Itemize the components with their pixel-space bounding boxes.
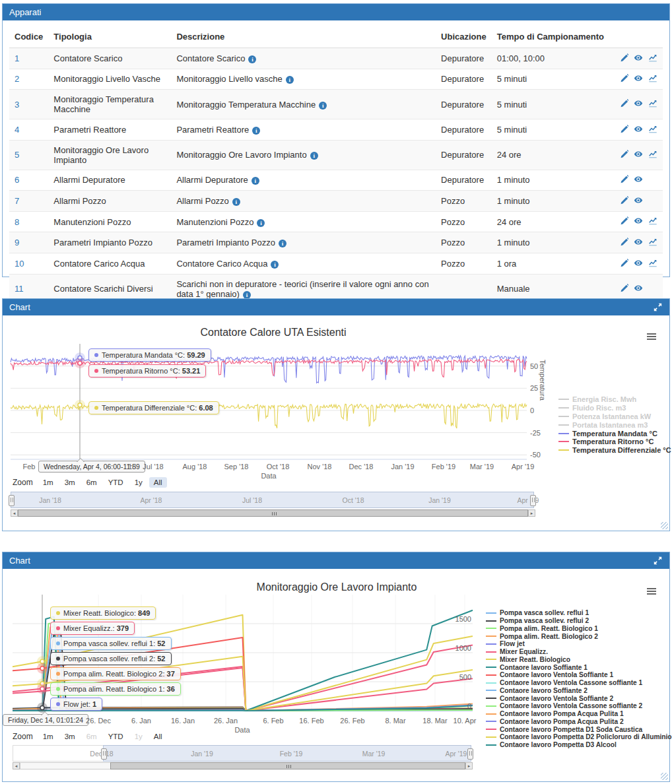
codice-link[interactable]: 7 xyxy=(15,196,19,206)
legend-item[interactable]: Pompa vasca sollev. reflui 2 xyxy=(486,617,672,625)
navigator-handle-left[interactable] xyxy=(101,748,107,760)
legend-item[interactable]: Portata Istantanea m3 xyxy=(558,420,671,429)
info-icon[interactable]: i xyxy=(257,219,265,227)
navigator-mask[interactable] xyxy=(11,492,534,508)
view-eye-icon[interactable] xyxy=(634,125,643,135)
codice-link[interactable]: 11 xyxy=(15,284,24,294)
chart-line-icon[interactable] xyxy=(648,99,657,110)
edit-pencil-icon[interactable] xyxy=(620,74,628,84)
legend-item[interactable]: Contaore lavoro Ventola Soffiante 1 xyxy=(486,671,672,679)
info-icon[interactable]: i xyxy=(252,177,259,185)
codice-link[interactable]: 9 xyxy=(15,238,19,247)
expand-icon[interactable] xyxy=(654,303,663,312)
view-eye-icon[interactable] xyxy=(634,150,643,160)
zoom-button-1m[interactable]: 1m xyxy=(38,731,58,742)
legend-item[interactable]: Mixer Equalizz. xyxy=(486,648,672,656)
scroll-thumb[interactable] xyxy=(18,509,528,517)
legend-item[interactable]: Energia Risc. Mwh xyxy=(558,395,671,404)
info-icon[interactable]: i xyxy=(248,55,256,63)
expand-icon[interactable] xyxy=(654,556,663,566)
edit-pencil-icon[interactable] xyxy=(620,175,628,185)
legend-item[interactable]: Mixer Reatt. Biologico xyxy=(486,656,672,664)
codice-link[interactable]: 1 xyxy=(15,53,19,63)
codice-link[interactable]: 4 xyxy=(15,125,19,135)
zoom-button-ytd[interactable]: YTD xyxy=(104,477,128,488)
navigator-scrollbar[interactable]: ◂▸ xyxy=(13,762,473,769)
view-eye-icon[interactable] xyxy=(634,284,643,294)
legend-item[interactable]: Temperatura Differenziale °C xyxy=(558,446,671,455)
codice-link[interactable]: 3 xyxy=(15,100,19,110)
legend-item[interactable]: Flow jet xyxy=(486,640,672,648)
scroll-left-arrow[interactable]: ◂ xyxy=(11,509,18,517)
view-eye-icon[interactable] xyxy=(634,259,643,269)
zoom-button-3m[interactable]: 3m xyxy=(60,477,80,488)
legend-item[interactable]: Temperatura Mandata °C xyxy=(558,429,671,438)
info-icon[interactable]: i xyxy=(279,240,286,247)
scroll-right-arrow[interactable]: ▸ xyxy=(528,509,535,517)
zoom-button-1y[interactable]: 1y xyxy=(130,477,147,488)
chart-line-icon[interactable] xyxy=(648,216,657,227)
codice-link[interactable]: 2 xyxy=(15,74,19,84)
legend-item[interactable]: Fluido Risc. m3 xyxy=(558,404,671,412)
edit-pencil-icon[interactable] xyxy=(620,284,628,294)
chart-line-icon[interactable] xyxy=(648,238,657,248)
scroll-left-arrow[interactable]: ◂ xyxy=(13,762,20,769)
view-eye-icon[interactable] xyxy=(634,99,643,110)
chart-line-icon[interactable] xyxy=(648,53,657,64)
edit-pencil-icon[interactable] xyxy=(620,99,628,110)
zoom-button-6m[interactable]: 6m xyxy=(82,477,102,488)
legend-item[interactable]: Contaore lavoro Ventola Soffiante 2 xyxy=(486,694,672,702)
legend-item[interactable]: Contaore lavoro Pompetta D3 Alcool xyxy=(486,741,672,749)
info-icon[interactable]: i xyxy=(271,261,279,269)
zoom-button-ytd[interactable]: YTD xyxy=(104,731,128,742)
chart-menu-icon[interactable] xyxy=(647,587,656,596)
info-icon[interactable]: i xyxy=(310,152,318,160)
legend-item[interactable]: Contaore lavoro Soffiante 1 xyxy=(486,663,672,671)
view-eye-icon[interactable] xyxy=(634,175,643,185)
info-icon[interactable]: i xyxy=(286,76,294,84)
range-navigator[interactable]: Jan '18Apr '18Jul '18Oct '18Jan '19Apr '… xyxy=(11,492,535,508)
edit-pencil-icon[interactable] xyxy=(620,216,628,227)
navigator-handle-left[interactable] xyxy=(9,495,15,506)
chart-line-icon[interactable] xyxy=(648,74,657,84)
info-icon[interactable]: i xyxy=(252,127,260,135)
resize-grip[interactable] xyxy=(661,773,668,780)
codice-link[interactable]: 10 xyxy=(15,259,24,269)
chart-menu-icon[interactable] xyxy=(647,332,656,341)
zoom-button-3m[interactable]: 3m xyxy=(60,731,80,742)
view-eye-icon[interactable] xyxy=(634,53,643,64)
range-navigator[interactable]: Dec '18Jan '19Feb '19Mar '19Apr '19 xyxy=(13,745,473,762)
navigator-handle-right[interactable] xyxy=(467,748,473,760)
resize-grip[interactable] xyxy=(661,522,668,529)
legend-item[interactable]: Contaore lavoro Pompetta D2 Policloruro … xyxy=(486,733,672,741)
legend-item[interactable]: Contaore lavoro Pompa Acqua Pulita 1 xyxy=(486,710,672,718)
legend-item[interactable]: Contaore lavoro Ventola Cassone soffiant… xyxy=(486,702,672,710)
navigator-scrollbar[interactable]: ◂▸ xyxy=(11,509,535,517)
edit-pencil-icon[interactable] xyxy=(620,238,628,248)
chart-line-icon[interactable] xyxy=(648,125,657,135)
zoom-button-all[interactable]: All xyxy=(149,477,167,488)
edit-pencil-icon[interactable] xyxy=(620,150,628,160)
legend-item[interactable]: Contaore lavoro Ventola Cassone soffiant… xyxy=(486,679,672,687)
view-eye-icon[interactable] xyxy=(634,74,643,84)
legend-item[interactable]: Pompa alim. Reatt. Biologico 2 xyxy=(486,632,672,640)
edit-pencil-icon[interactable] xyxy=(620,53,628,64)
codice-link[interactable]: 5 xyxy=(15,150,19,160)
edit-pencil-icon[interactable] xyxy=(620,196,628,207)
chart-line-icon[interactable] xyxy=(648,150,657,160)
zoom-button-all[interactable]: All xyxy=(149,731,167,742)
info-icon[interactable]: i xyxy=(243,291,251,299)
view-eye-icon[interactable] xyxy=(634,216,643,227)
edit-pencil-icon[interactable] xyxy=(620,259,628,269)
legend-item[interactable]: Potenza Istantanea kW xyxy=(558,412,671,421)
info-icon[interactable]: i xyxy=(232,198,240,206)
legend-item[interactable]: Contaore lavoro Pompa Acqua Pulita 2 xyxy=(486,718,672,726)
codice-link[interactable]: 6 xyxy=(15,175,19,185)
legend-item[interactable]: Temperatura Ritorno °C xyxy=(558,438,671,446)
scroll-right-arrow[interactable]: ▸ xyxy=(465,762,473,769)
codice-link[interactable]: 8 xyxy=(15,217,19,227)
edit-pencil-icon[interactable] xyxy=(620,125,628,135)
chart-line-icon[interactable] xyxy=(648,259,657,269)
navigator-handle-right[interactable] xyxy=(530,495,536,506)
info-icon[interactable]: i xyxy=(319,102,327,110)
